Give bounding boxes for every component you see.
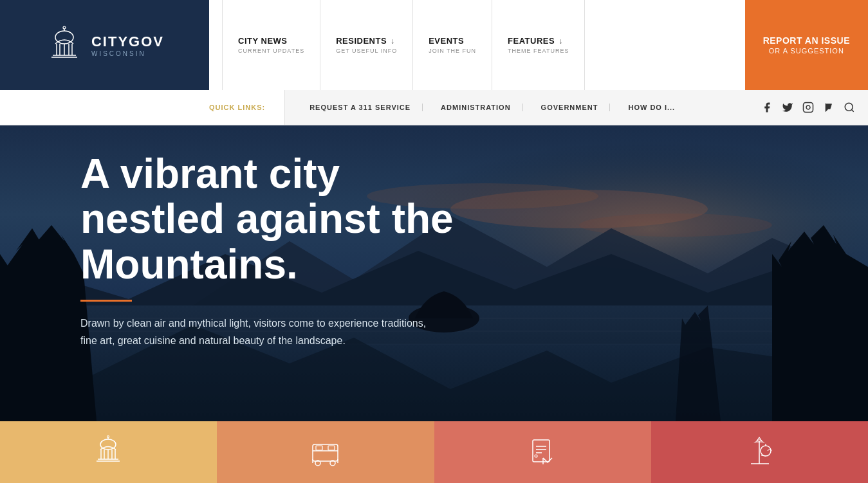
- report-btn-line1: REPORT AN ISSUE: [763, 35, 850, 46]
- card-government[interactable]: [0, 421, 217, 483]
- svg-rect-42: [533, 440, 549, 462]
- nav-events-sub: JOIN THE FUN: [429, 48, 476, 54]
- quick-link-admin[interactable]: ADMINISTRATION: [429, 104, 523, 111]
- nav-city-news-top: CITY NEWS: [238, 36, 304, 46]
- hero-divider: [80, 300, 132, 302]
- search-icon[interactable]: [844, 102, 855, 113]
- instagram-icon[interactable]: [802, 102, 814, 113]
- hero-description: Drawn by clean air and mythical light, v…: [80, 314, 428, 349]
- hero-title-line2: nestled against the: [80, 196, 454, 242]
- park-icon: [742, 435, 777, 473]
- twitter-icon[interactable]: [782, 102, 793, 113]
- logo-section[interactable]: CITYGOV WISCONSIN: [0, 0, 209, 90]
- svg-line-13: [851, 109, 853, 111]
- foursquare-icon[interactable]: [823, 102, 835, 113]
- hero-content: A vibrant city nestled against the Mount…: [80, 151, 454, 350]
- document-icon: [525, 435, 560, 473]
- nav-items: CITY NEWS CURRENT UPDATES RESIDENTS ↓ GE…: [209, 0, 745, 90]
- report-btn-line2: OR A SUGGESTION: [769, 47, 844, 55]
- logo-subtitle: WISCONSIN: [91, 50, 164, 57]
- nav-residents-top: RESIDENTS ↓: [336, 36, 397, 46]
- hero-title: A vibrant city nestled against the Mount…: [80, 151, 454, 287]
- social-icons: [761, 102, 868, 113]
- nav-features[interactable]: FEATURES ↓ THEME FEATURES: [492, 0, 585, 90]
- svg-rect-34: [313, 444, 338, 461]
- features-arrow-icon: ↓: [559, 37, 562, 46]
- facebook-icon[interactable]: [761, 102, 773, 113]
- quick-links-bar: QUICK LINKS: REQUEST A 311 SERVICE ADMIN…: [0, 90, 868, 125]
- nav-residents-sub: GET USEFUL INFO: [336, 48, 397, 54]
- svg-rect-37: [328, 446, 335, 450]
- card-services[interactable]: [434, 421, 651, 483]
- quick-links-title: QUICK LINKS:: [209, 104, 265, 111]
- bottom-cards: [0, 421, 868, 483]
- nav-features-top: FEATURES ↓: [508, 36, 569, 46]
- card-transit[interactable]: [217, 421, 434, 483]
- svg-rect-36: [316, 446, 322, 450]
- svg-rect-10: [804, 103, 813, 113]
- logo-name: CITYGOV: [91, 33, 164, 50]
- svg-point-26: [107, 435, 109, 437]
- nav-residents-label: RESIDENTS: [336, 36, 387, 46]
- nav-events-top: EVENTS: [429, 36, 476, 46]
- nav-features-sub: THEME FEATURES: [508, 48, 569, 54]
- svg-point-49: [761, 446, 771, 456]
- quick-links-items: REQUEST A 311 SERVICE ADMINISTRATION GOV…: [285, 104, 761, 111]
- hero-title-line1: A vibrant city: [80, 150, 340, 197]
- nav-features-label: FEATURES: [508, 36, 555, 46]
- hero-title-line3: Mountains.: [80, 241, 298, 287]
- svg-point-12: [845, 103, 853, 111]
- svg-point-2: [63, 26, 66, 29]
- hero-section: A vibrant city nestled against the Mount…: [0, 125, 868, 421]
- logo-text: CITYGOV WISCONSIN: [91, 33, 164, 57]
- svg-point-47: [535, 455, 537, 457]
- residents-arrow-icon: ↓: [391, 37, 394, 46]
- quick-link-gov[interactable]: GOVERNMENT: [530, 104, 611, 111]
- quick-links-label: QUICK LINKS:: [0, 90, 285, 125]
- nav-events[interactable]: EVENTS JOIN THE FUN: [413, 0, 492, 90]
- nav-city-news-label: CITY NEWS: [238, 36, 288, 46]
- quick-link-311[interactable]: REQUEST A 311 SERVICE: [298, 104, 423, 111]
- logo-icon: [45, 26, 84, 64]
- card-parks[interactable]: [651, 421, 868, 483]
- quick-link-howdo[interactable]: HOW DO I...: [616, 104, 687, 111]
- nav-residents[interactable]: RESIDENTS ↓ GET USEFUL INFO: [320, 0, 413, 90]
- top-navigation: CITYGOV WISCONSIN CITY NEWS CURRENT UPDA…: [0, 0, 868, 90]
- bus-icon: [308, 435, 343, 473]
- report-issue-button[interactable]: REPORT AN ISSUE OR A SUGGESTION: [745, 0, 868, 90]
- nav-city-news-sub: CURRENT UPDATES: [238, 48, 304, 54]
- nav-events-label: EVENTS: [429, 36, 464, 46]
- nav-city-news[interactable]: CITY NEWS CURRENT UPDATES: [222, 0, 320, 90]
- government-building-icon: [91, 435, 126, 473]
